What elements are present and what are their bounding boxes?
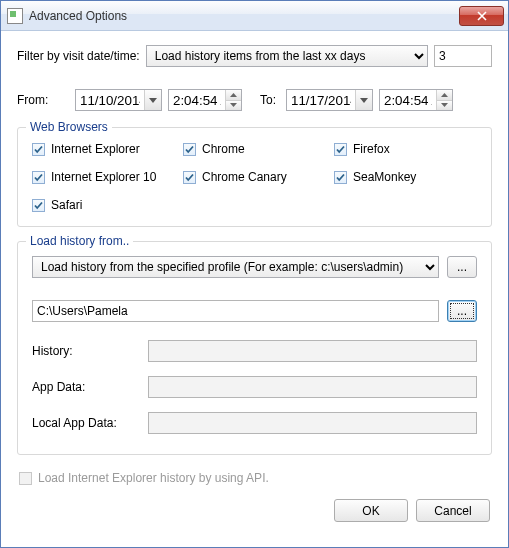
localappdata-label: Local App Data: (32, 416, 144, 430)
browsers-group: Web Browsers Internet ExplorerChromeFire… (17, 127, 492, 227)
browsers-legend: Web Browsers (26, 120, 112, 134)
close-button[interactable] (459, 6, 504, 26)
spin-down-icon[interactable] (437, 101, 452, 111)
from-time-input[interactable] (169, 91, 225, 109)
ie-api-label: Load Internet Explorer history by using … (38, 471, 269, 485)
checkbox-box-icon (32, 171, 45, 184)
to-time-input[interactable] (380, 91, 436, 109)
history-label: History: (32, 344, 144, 358)
browser-checkbox[interactable]: SeaMonkey (334, 170, 477, 184)
loadfrom-mode-row: Load history from the specified profile … (32, 256, 477, 278)
browser-label: Chrome (202, 142, 245, 156)
dialog-window: Advanced Options Filter by visit date/ti… (0, 0, 509, 548)
from-date-picker[interactable] (75, 89, 162, 111)
appdata-value-input[interactable] (148, 376, 477, 398)
appdata-label: App Data: (32, 380, 144, 394)
browser-checkbox[interactable]: Internet Explorer (32, 142, 175, 156)
browser-checkbox[interactable]: Safari (32, 198, 175, 212)
loadfrom-group: Load history from.. Load history from th… (17, 241, 492, 455)
ok-label: OK (362, 504, 379, 518)
browse-path-button[interactable]: ... (447, 300, 477, 322)
browser-label: Safari (51, 198, 82, 212)
browsers-grid: Internet ExplorerChromeFirefoxInternet E… (32, 142, 477, 212)
history-value-input[interactable] (148, 340, 477, 362)
browser-label: Chrome Canary (202, 170, 287, 184)
filter-days-input[interactable] (434, 45, 492, 67)
filter-row: Filter by visit date/time: Load history … (17, 45, 492, 67)
cancel-label: Cancel (434, 504, 471, 518)
from-date-dropdown-icon[interactable] (144, 90, 161, 110)
ellipsis-icon: ... (457, 304, 467, 318)
loadfrom-legend: Load history from.. (26, 234, 133, 248)
checkbox-box-icon (334, 171, 347, 184)
checkbox-box-icon (183, 143, 196, 156)
localappdata-row: Local App Data: (32, 412, 477, 434)
to-date-picker[interactable] (286, 89, 373, 111)
browser-checkbox[interactable]: Internet Explorer 10 (32, 170, 175, 184)
from-date-input[interactable] (76, 91, 144, 109)
from-time-spinner[interactable] (225, 90, 241, 110)
date-range-row: From: To: (17, 89, 492, 111)
from-time-picker[interactable] (168, 89, 242, 111)
ie-api-checkbox: Load Internet Explorer history by using … (19, 471, 492, 485)
ok-button[interactable]: OK (334, 499, 408, 522)
spin-down-icon[interactable] (226, 101, 241, 111)
browser-label: Internet Explorer (51, 142, 140, 156)
to-time-picker[interactable] (379, 89, 453, 111)
checkbox-box-icon (32, 199, 45, 212)
history-row: History: (32, 340, 477, 362)
dialog-footer: OK Cancel (17, 499, 492, 522)
checkbox-box-icon (19, 472, 32, 485)
localappdata-value-input[interactable] (148, 412, 477, 434)
browser-checkbox[interactable]: Firefox (334, 142, 477, 156)
window-title: Advanced Options (29, 9, 459, 23)
spin-up-icon[interactable] (437, 90, 452, 101)
checkbox-box-icon (183, 171, 196, 184)
spin-up-icon[interactable] (226, 90, 241, 101)
profile-path-input[interactable] (32, 300, 439, 322)
titlebar: Advanced Options (1, 1, 508, 31)
loadfrom-mode-ellipsis-button[interactable]: ... (447, 256, 477, 278)
checkbox-box-icon (32, 143, 45, 156)
browser-checkbox[interactable]: Chrome (183, 142, 326, 156)
to-time-spinner[interactable] (436, 90, 452, 110)
filter-mode-select[interactable]: Load history items from the last xx days (146, 45, 428, 67)
from-label: From: (17, 93, 69, 107)
appdata-row: App Data: (32, 376, 477, 398)
browser-label: SeaMonkey (353, 170, 416, 184)
close-icon (477, 11, 487, 21)
browser-label: Internet Explorer 10 (51, 170, 156, 184)
cancel-button[interactable]: Cancel (416, 499, 490, 522)
browser-checkbox[interactable]: Chrome Canary (183, 170, 326, 184)
to-date-dropdown-icon[interactable] (355, 90, 372, 110)
dialog-content: Filter by visit date/time: Load history … (1, 31, 508, 547)
to-label: To: (248, 93, 280, 107)
profile-path-row: ... (32, 300, 477, 322)
loadfrom-mode-select[interactable]: Load history from the specified profile … (32, 256, 439, 278)
ellipsis-icon: ... (457, 260, 467, 274)
filter-label: Filter by visit date/time: (17, 49, 140, 63)
checkbox-box-icon (334, 143, 347, 156)
browser-label: Firefox (353, 142, 390, 156)
to-date-input[interactable] (287, 91, 355, 109)
app-icon (7, 8, 23, 24)
